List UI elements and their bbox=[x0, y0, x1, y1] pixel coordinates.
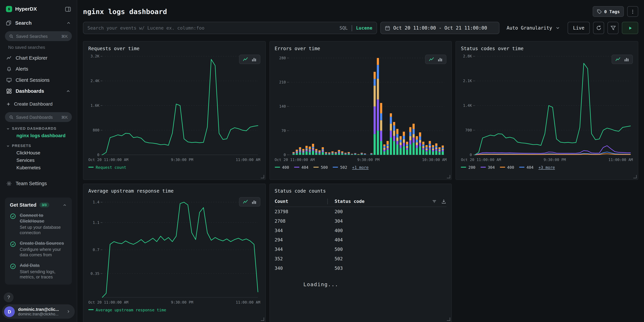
line-chart-icon[interactable] bbox=[242, 56, 248, 62]
sidebar-item-team-settings[interactable]: Team Settings bbox=[0, 178, 77, 190]
create-dashboard-button[interactable]: Create Dashboard bbox=[0, 98, 77, 110]
chevron-up-icon[interactable] bbox=[62, 203, 67, 207]
sidebar-item-label: Dashboards bbox=[16, 88, 44, 94]
saved-searches-input[interactable]: Saved Searches ⌘K bbox=[5, 31, 72, 41]
get-started-card: Get Started 3/3 Connect to ClickHouse Se… bbox=[5, 198, 72, 285]
app-name: HyperDX bbox=[15, 6, 62, 12]
filter-button[interactable] bbox=[608, 22, 619, 34]
sidebar-item-nginx-logs-dashboard[interactable]: nginx logs dashboard bbox=[0, 132, 77, 139]
svg-text:2.8K: 2.8K bbox=[463, 54, 472, 58]
status-codes-chart-plot[interactable]: 07001.4K2.1K2.8K bbox=[461, 53, 633, 157]
bar-chart-icon[interactable] bbox=[438, 56, 443, 62]
refresh-button[interactable] bbox=[593, 22, 604, 34]
svg-text:1.4K: 1.4K bbox=[463, 104, 472, 108]
sql-mode-toggle[interactable]: SQL bbox=[340, 25, 348, 31]
chart-title: Status codes over time bbox=[461, 46, 633, 51]
errors-chart-plot[interactable]: 070140210280 bbox=[275, 53, 447, 157]
chevron-up-icon[interactable] bbox=[66, 20, 71, 26]
table-filter-button[interactable] bbox=[432, 199, 437, 204]
legend-item[interactable]: 500 bbox=[314, 165, 328, 170]
column-header-status-code[interactable]: Status code bbox=[335, 199, 432, 204]
svg-text:0.7: 0.7 bbox=[93, 248, 99, 252]
granularity-select[interactable]: Auto Granularity bbox=[502, 22, 564, 34]
legend-item[interactable]: 404 bbox=[294, 165, 308, 170]
legend-more-link[interactable]: +1 more bbox=[352, 165, 368, 170]
legend-item[interactable]: 200 bbox=[461, 165, 476, 170]
check-circle-icon bbox=[10, 241, 16, 247]
column-resize-handle[interactable] bbox=[327, 199, 331, 204]
x-axis-tick: Oct 20 11:00:00 AM bbox=[88, 158, 128, 162]
line-chart-icon[interactable] bbox=[429, 56, 434, 62]
kebab-menu-icon bbox=[630, 9, 636, 14]
sidebar-item-kubernetes[interactable]: Kubernetes bbox=[0, 164, 77, 171]
sidebar-section-search[interactable]: Search bbox=[0, 17, 77, 29]
filter-lines-icon bbox=[432, 199, 437, 204]
svg-text:1.6K: 1.6K bbox=[90, 104, 100, 108]
legend-item[interactable]: 304 bbox=[480, 165, 495, 170]
table-row[interactable]: 2708304 bbox=[275, 216, 447, 226]
line-chart-icon[interactable] bbox=[615, 56, 621, 62]
event-search-input[interactable]: Search your events w/ Lucene ex. column:… bbox=[83, 22, 377, 34]
sidebar-item-clickhouse[interactable]: ClickHouse bbox=[0, 149, 77, 156]
date-range-picker[interactable]: Oct 20 11:00:00 - Oct 21 11:00:00 bbox=[380, 22, 499, 34]
play-icon bbox=[628, 25, 633, 31]
requests-chart-plot[interactable]: 08001.6K2.4K3.2K bbox=[88, 53, 260, 157]
sidebar-item-client-sessions[interactable]: Client Sessions bbox=[0, 74, 77, 86]
legend-item[interactable]: 404 bbox=[519, 165, 534, 170]
panel-avg-upstream-response-time: Average upstream response time 0.350.71.… bbox=[83, 184, 266, 322]
table-download-button[interactable] bbox=[441, 199, 447, 204]
response-time-chart-plot[interactable]: 0.350.71.11.4 bbox=[88, 196, 260, 300]
sidebar-item-chart-explorer[interactable]: Chart Explorer bbox=[0, 52, 77, 63]
table-row[interactable]: 23798200 bbox=[275, 207, 447, 216]
legend-item[interactable]: Average upstream response time bbox=[88, 308, 166, 312]
legend-item[interactable]: Request count bbox=[88, 165, 126, 170]
sidebar-item-services[interactable]: Services bbox=[0, 156, 77, 164]
bar-chart-icon[interactable] bbox=[624, 56, 629, 62]
table-row[interactable]: 344400 bbox=[275, 226, 447, 235]
chart-type-toggle[interactable] bbox=[239, 197, 260, 206]
get-started-step-connect[interactable]: Connect to ClickHouse Set up your databa… bbox=[10, 212, 67, 236]
legend-item[interactable]: 400 bbox=[275, 165, 289, 170]
bar-chart-icon[interactable] bbox=[251, 56, 256, 62]
x-axis-tick: 9:30:00 PM bbox=[544, 158, 566, 162]
table-row[interactable]: 352502 bbox=[275, 254, 447, 264]
get-started-step-sources[interactable]: Create Data Sources Configure where your… bbox=[10, 240, 67, 258]
user-menu[interactable]: D dominic.tran@clic... dominic.tran@clic… bbox=[2, 304, 75, 318]
svg-text:0.35: 0.35 bbox=[90, 272, 100, 276]
sidebar-item-dashboards[interactable]: Dashboards bbox=[0, 86, 77, 97]
chart-type-toggle[interactable] bbox=[425, 54, 446, 64]
chevron-down-icon bbox=[6, 144, 10, 148]
page-title: nginx logs dashboard bbox=[83, 8, 167, 16]
legend-more-link[interactable]: +3 more bbox=[538, 165, 555, 170]
bar-chart-icon[interactable] bbox=[251, 199, 256, 204]
lucene-mode-toggle[interactable]: Lucene bbox=[356, 25, 372, 31]
chart-type-toggle[interactable] bbox=[239, 54, 260, 64]
presets-section[interactable]: PRESETS bbox=[6, 144, 70, 148]
legend-item[interactable]: 502 bbox=[333, 165, 347, 170]
live-button[interactable]: Live bbox=[568, 22, 590, 34]
more-menu-button[interactable] bbox=[627, 6, 638, 17]
sidebar-item-alerts[interactable]: Alerts bbox=[0, 63, 77, 74]
refresh-icon bbox=[596, 25, 602, 31]
chart-type-toggle[interactable] bbox=[612, 54, 633, 64]
run-query-button[interactable] bbox=[622, 22, 638, 34]
column-header-count[interactable]: Count bbox=[275, 199, 327, 204]
help-button[interactable]: ? bbox=[4, 292, 14, 302]
saved-dashboards-input[interactable]: Saved Dashboards ⌘K bbox=[5, 112, 72, 122]
saved-dashboards-section[interactable]: SAVED DASHBOARDS bbox=[6, 126, 70, 130]
svg-text:140: 140 bbox=[279, 104, 286, 108]
collapse-sidebar-icon[interactable] bbox=[65, 6, 71, 12]
bell-icon bbox=[6, 66, 12, 72]
get-started-step-add-data[interactable]: Add Data Start sending logs, metrics, or… bbox=[10, 262, 67, 280]
loading-text: Loading... bbox=[304, 281, 447, 287]
legend-item[interactable]: 400 bbox=[500, 165, 514, 170]
line-chart-icon[interactable] bbox=[242, 199, 248, 204]
table-row[interactable]: 344500 bbox=[275, 245, 447, 254]
x-axis-tick: 11:00:00 AM bbox=[236, 158, 260, 162]
table-row[interactable]: 340503 bbox=[275, 264, 447, 273]
table-row[interactable]: 294404 bbox=[275, 235, 447, 245]
svg-text:280: 280 bbox=[279, 56, 286, 60]
x-axis-tick: 9:30:00 PM bbox=[171, 300, 193, 304]
chevron-up-icon[interactable] bbox=[66, 88, 70, 94]
tags-button[interactable]: 0 Tags bbox=[593, 6, 624, 17]
